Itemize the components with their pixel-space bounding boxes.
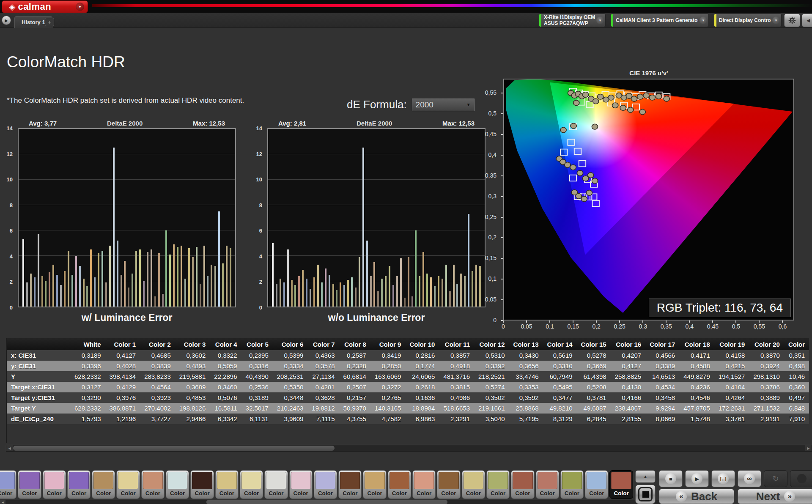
extra-transport-button[interactable] bbox=[790, 470, 812, 487]
chevrons-right-icon: » bbox=[784, 491, 795, 502]
color-swatch-color-34[interactable]: Color 34 bbox=[92, 470, 115, 499]
color-swatch-color-32[interactable]: Color 32 bbox=[43, 470, 66, 499]
title-bar: ◈ calman ▼ bbox=[0, 0, 812, 13]
error-bar bbox=[468, 214, 469, 307]
color-swatch-color-44[interactable]: Color 44 bbox=[338, 470, 362, 499]
chart1-bars bbox=[19, 129, 235, 307]
error-bar bbox=[306, 279, 307, 307]
color-swatch-color-53[interactable]: Color 53 bbox=[560, 470, 584, 499]
table-cell: 3,3761 bbox=[714, 414, 749, 424]
logo-menu-button[interactable]: ▼ bbox=[76, 3, 84, 11]
error-bar bbox=[272, 243, 274, 307]
color-swatch-color-36[interactable]: Color 36 bbox=[141, 470, 165, 499]
error-bar bbox=[366, 241, 368, 307]
swatch-label: Color 51 bbox=[513, 489, 532, 497]
error-bar bbox=[226, 246, 228, 307]
error-bar bbox=[41, 276, 43, 307]
scroll-left-button[interactable]: ◀ bbox=[6, 445, 13, 451]
chevrons-left-icon: « bbox=[676, 491, 687, 502]
color-swatch-color-40[interactable]: Color 40 bbox=[240, 470, 263, 499]
color-swatch-color-51[interactable]: Color 51 bbox=[511, 470, 534, 499]
next-button[interactable]: Next » bbox=[738, 489, 812, 504]
calman-logo-button[interactable]: ◈ calman ▼ bbox=[2, 0, 88, 13]
table-cell: 24,6065 bbox=[405, 371, 439, 382]
table-cell: 0,2850 bbox=[370, 361, 406, 371]
calman-logo-text: calman bbox=[18, 1, 76, 12]
plus-icon: + bbox=[48, 19, 51, 25]
color-swatch-color-30[interactable]: Color 30 bbox=[0, 470, 16, 499]
table-cell: 8,3129 bbox=[543, 414, 577, 424]
color-swatch-color-49[interactable]: Color 49 bbox=[462, 470, 485, 499]
scroll-right-button[interactable]: ▶ bbox=[805, 445, 812, 451]
meter-dropdown[interactable]: X-Rite i1Display OEM ASUS PG27AQWP ▼ bbox=[539, 14, 606, 27]
refresh-button[interactable]: ↻ bbox=[764, 470, 787, 487]
swatch-color-patch bbox=[266, 472, 286, 489]
error-bar bbox=[351, 277, 353, 307]
cie-x-tick-label: 0,45 bbox=[707, 323, 719, 330]
color-swatch-color-33[interactable]: Color 33 bbox=[67, 470, 91, 499]
color-swatch-color-52[interactable]: Color 52 bbox=[536, 470, 559, 499]
error-bar bbox=[359, 257, 360, 307]
pattern-generator-dropdown[interactable]: CalMAN Client 3 Pattern Generator ▼ bbox=[611, 14, 709, 27]
swatch-row-up-button[interactable]: ▲ bbox=[635, 470, 656, 483]
settings-button[interactable] bbox=[784, 14, 800, 27]
table-cell: 219,1661 bbox=[474, 403, 509, 414]
color-swatch-color-38[interactable]: Color 38 bbox=[190, 470, 214, 499]
display-control-dropdown[interactable]: Direct Display Control ▼ bbox=[714, 14, 782, 27]
color-swatch-color-31[interactable]: Color 31 bbox=[18, 470, 41, 499]
continuous-measure-button[interactable]: ∞ bbox=[738, 470, 761, 487]
color-swatch-color-47[interactable]: Color 47 bbox=[412, 470, 436, 499]
triangle-right-icon: ▶ bbox=[807, 446, 809, 450]
table-cell: 0,4853 bbox=[175, 392, 210, 403]
table-cell: 0,3870 bbox=[749, 350, 784, 361]
table-cell: 0,4986 bbox=[439, 392, 474, 403]
swatch-color-patch bbox=[291, 472, 311, 489]
back-button[interactable]: « Back bbox=[659, 489, 734, 504]
error-bar bbox=[408, 257, 409, 307]
chart2-bars bbox=[268, 129, 485, 307]
table-cell: 0,3889 bbox=[749, 392, 784, 403]
page-subtitle: *The ColorMatch HDR patch set is derived… bbox=[7, 96, 244, 105]
table-cell: 32,5017 bbox=[241, 403, 273, 414]
color-swatch-color-41[interactable]: Color 41 bbox=[264, 470, 288, 499]
color-swatch-color-55[interactable]: Color 55 bbox=[609, 470, 633, 499]
chart1-formula: DeltaE 2000 bbox=[107, 120, 143, 127]
swatch-scrollbar-thumb[interactable] bbox=[206, 500, 447, 504]
collapse-toolbar-button[interactable]: ◀ bbox=[802, 14, 812, 27]
swatch-color-patch bbox=[513, 472, 532, 489]
measured-point bbox=[570, 164, 576, 170]
nav-forward-button[interactable]: ▶ bbox=[2, 16, 11, 25]
play-button[interactable]: ▶ bbox=[685, 470, 709, 487]
error-bar bbox=[313, 277, 315, 307]
color-swatch-color-50[interactable]: Color 50 bbox=[486, 470, 510, 499]
color-swatch-color-46[interactable]: Color 46 bbox=[388, 470, 411, 499]
color-swatch-color-43[interactable]: Color 43 bbox=[314, 470, 337, 499]
error-bar bbox=[68, 251, 69, 307]
swatch-label: Color 36 bbox=[143, 489, 163, 497]
table-horizontal-scrollbar[interactable]: ◀ ▶ bbox=[6, 445, 812, 452]
table-cell: 0,2618 bbox=[405, 382, 439, 392]
single-measure-button[interactable]: [‥] bbox=[711, 470, 735, 487]
stop-button[interactable]: ■ bbox=[659, 470, 683, 487]
error-bar bbox=[30, 274, 32, 307]
disabled-circle-icon bbox=[797, 474, 807, 483]
de-formula-select[interactable]: 2000 ▼ bbox=[412, 99, 475, 111]
swatch-scroll-left-button[interactable]: ◀ bbox=[0, 500, 5, 504]
color-swatch-color-54[interactable]: Color 54 bbox=[585, 470, 608, 499]
table-row-label: Target Y bbox=[7, 403, 70, 414]
window-pattern-button[interactable] bbox=[635, 485, 656, 504]
color-swatch-color-35[interactable]: Color 35 bbox=[116, 470, 140, 499]
measured-point bbox=[664, 96, 669, 101]
color-swatch-color-48[interactable]: Color 48 bbox=[437, 470, 460, 499]
table-scrollbar-thumb[interactable] bbox=[13, 446, 335, 451]
color-swatch-color-42[interactable]: Color 42 bbox=[289, 470, 313, 499]
color-swatch-color-37[interactable]: Color 37 bbox=[166, 470, 189, 499]
color-swatch-color-45[interactable]: Color 45 bbox=[363, 470, 386, 499]
cie-y-tick-label: 0,1 bbox=[488, 275, 497, 282]
swatch-label: Color 52 bbox=[538, 489, 557, 497]
color-swatch-color-39[interactable]: Color 39 bbox=[215, 470, 239, 499]
add-tab-button[interactable]: + bbox=[45, 18, 54, 26]
target-point bbox=[560, 149, 567, 156]
swatch-scrollbar[interactable]: ◀ ▶ bbox=[0, 500, 701, 504]
table-cell: 0,3815 bbox=[439, 382, 474, 392]
